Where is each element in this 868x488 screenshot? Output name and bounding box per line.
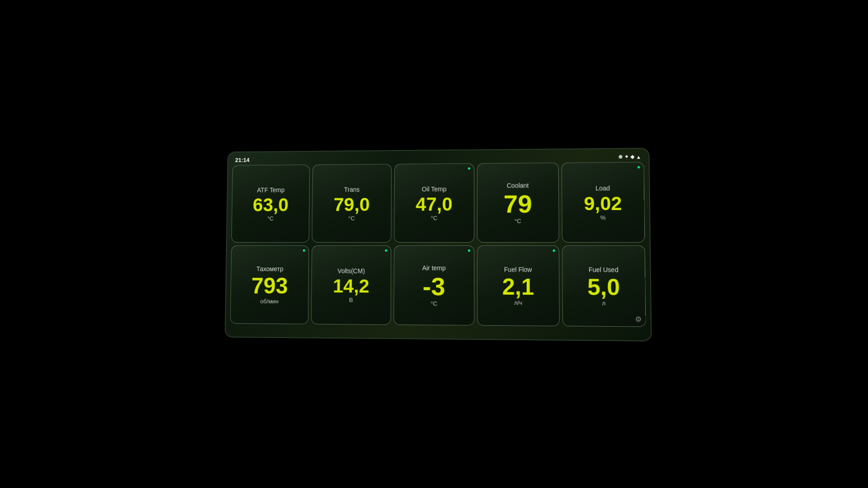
tile-label-air-temp: Air temp [422,264,446,272]
gauge-tile-oil-temp[interactable]: Oil Temp47,0°C [394,163,474,243]
tile-label-oil-temp: Oil Temp [422,186,447,193]
bluetooth-icon: ✦ [624,154,628,160]
tile-label-fuel-used: Fuel Used [589,266,618,274]
tile-label-trans: Trans [344,186,360,194]
gauge-tile-coolant[interactable]: Coolant79°C [477,163,559,243]
tile-value-air-temp: -3 [423,274,445,299]
tile-unit-coolant: °C [514,218,521,225]
tile-label-coolant: Coolant [507,182,529,189]
tile-value-load: 9,02 [584,194,622,213]
gauge-tile-volts[interactable]: Volts(CM)14,2В [311,245,391,325]
dot-indicator-oil-temp [468,167,470,169]
tile-value-fuel-flow: 2,1 [502,275,534,298]
tile-value-volts: 14,2 [333,277,369,296]
tile-label-load: Load [595,184,610,192]
tile-unit-trans: °C [349,215,355,222]
settings-gear-icon[interactable]: ⚙ [635,315,642,324]
dot-indicator-tachometer [303,249,305,252]
gauge-tile-fuel-flow[interactable]: Fuel Flow2,1л/ч [477,245,559,326]
wifi-icon: ▲ [636,154,641,160]
gauge-tile-tachometer[interactable]: Тахометр793об/мин [230,245,309,324]
gauge-grid: ATF Temp63,0°CTrans79,0°COil Temp47,0°CC… [230,162,646,327]
signal-icon: ◆ [631,154,634,160]
tile-unit-oil-temp: °C [431,215,438,221]
dot-indicator-fuel-flow [552,249,555,252]
dot-indicator-volts [385,249,387,252]
tablet-frame: 21:14 ⊕ ✦ ◆ ▲ ATF Temp63,0°CTrans79,0°CO… [225,148,652,342]
tile-label-tachometer: Тахометр [256,265,283,273]
gauge-tile-trans[interactable]: Trans79,0°C [312,164,392,243]
status-icons: ⊕ ✦ ◆ ▲ [618,154,642,160]
gauge-tile-atf-temp[interactable]: ATF Temp63,0°C [231,164,310,243]
dot-indicator-air-temp [468,249,470,252]
tile-unit-atf-temp: °C [267,215,274,222]
tile-label-volts: Volts(CM) [338,267,365,275]
tile-value-coolant: 79 [504,191,532,216]
tile-value-tachometer: 793 [251,275,288,297]
tile-unit-tachometer: об/мин [260,298,279,305]
lock-icon: ⊕ [618,154,623,160]
tile-label-atf-temp: ATF Temp [257,187,284,194]
gauge-tile-load[interactable]: Load9,02% [561,162,645,243]
tile-unit-load: % [600,214,606,221]
time-display: 21:14 [235,157,250,164]
tile-value-trans: 79,0 [334,195,370,214]
tile-value-fuel-used: 5,0 [587,276,620,299]
tile-label-fuel-flow: Fuel Flow [504,266,532,273]
tile-unit-fuel-used: л [602,300,605,306]
gauge-tile-air-temp[interactable]: Air temp-3°C [393,245,474,326]
tile-unit-air-temp: °C [430,300,437,307]
gauge-tile-fuel-used[interactable]: Fuel Used5,0л⚙ [562,245,646,327]
tile-value-atf-temp: 63,0 [253,196,288,214]
dot-indicator-load [637,166,640,169]
tile-unit-fuel-flow: л/ч [514,299,522,306]
tile-value-oil-temp: 47,0 [415,195,453,214]
tile-unit-volts: В [349,296,353,303]
